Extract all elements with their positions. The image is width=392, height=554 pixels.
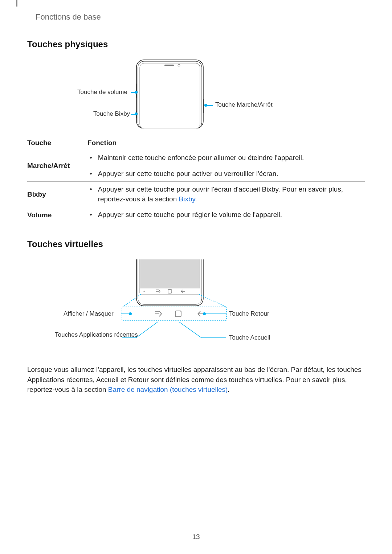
svg-rect-2 bbox=[140, 63, 200, 128]
table-function-cell: • Appuyer sur cette touche pour activer … bbox=[87, 166, 365, 182]
label-bixby-key: Touche Bixby bbox=[93, 110, 130, 118]
svg-point-12 bbox=[144, 291, 145, 292]
table-key-name: Marche/Arrêt bbox=[27, 150, 87, 182]
table-header-key: Touche bbox=[27, 136, 87, 150]
bullet-icon: • bbox=[87, 210, 94, 220]
figure-physical-keys: Touche de volume Touche Bixby Touche Mar… bbox=[27, 59, 365, 132]
label-power-key: Touche Marche/Arrêt bbox=[215, 101, 273, 108]
table-function-cell: • Maintenir cette touche enfoncée pour a… bbox=[87, 150, 365, 166]
svg-point-15 bbox=[129, 313, 131, 315]
bullet-icon: • bbox=[87, 153, 94, 163]
svg-rect-14 bbox=[122, 307, 226, 321]
table-function-text: Appuyer sur cette touche pour régler le … bbox=[98, 210, 282, 220]
svg-rect-7 bbox=[203, 99, 204, 113]
phone-bottom-illustration bbox=[136, 259, 204, 307]
nav-bar-enlarged bbox=[122, 307, 227, 328]
lead-dot bbox=[135, 112, 138, 115]
paragraph-virtual-keys: Lorsque vous allumez l'appareil, les tou… bbox=[27, 365, 365, 395]
heading-physical-keys: Touches physiques bbox=[27, 39, 365, 49]
section-virtual-keys: Touches virtuelles bbox=[27, 239, 365, 395]
breadcrumb: Fonctions de base bbox=[36, 12, 101, 22]
lead-dot bbox=[135, 91, 138, 94]
table-key-name: Volume bbox=[27, 207, 87, 223]
svg-rect-3 bbox=[164, 65, 174, 66]
keys-table: Touche Fonction Marche/Arrêt • Maintenir… bbox=[27, 136, 365, 223]
link-nav-bar[interactable]: Barre de navigation (touches virtuelles) bbox=[108, 386, 228, 393]
top-margin-rule bbox=[16, 0, 17, 7]
table-function-text: Appuyer sur cette touche pour activer ou… bbox=[98, 169, 278, 179]
table-function-text: Appuyer sur cette touche pour ouvrir l'é… bbox=[98, 185, 363, 204]
table-function-cell: • Appuyer sur cette touche pour ouvrir l… bbox=[87, 182, 365, 207]
page-content: Touches physiques Touche de volume bbox=[27, 39, 365, 402]
phone-top-illustration bbox=[136, 59, 204, 128]
bullet-icon: • bbox=[87, 169, 94, 179]
label-back-key: Touche Retour bbox=[229, 310, 269, 317]
page: Fonctions de base Touches physiques T bbox=[0, 0, 392, 554]
figure-virtual-keys: Afficher / Masquer Touches Applications … bbox=[27, 259, 365, 361]
page-number: 13 bbox=[0, 533, 392, 541]
table-function-text: Maintenir cette touche enfoncée pour all… bbox=[98, 153, 304, 163]
link-bixby[interactable]: Bixby bbox=[179, 195, 195, 203]
table-function-cell: • Appuyer sur cette touche pour régler l… bbox=[87, 207, 365, 223]
label-home-key: Touche Accueil bbox=[229, 334, 270, 341]
table-key-name: Bixby bbox=[27, 182, 87, 207]
lead-dot bbox=[204, 104, 207, 107]
label-recents-key: Touches Applications récentes bbox=[55, 331, 120, 338]
label-show-hide: Afficher / Masquer bbox=[64, 310, 114, 317]
label-volume-key: Touche de volume bbox=[77, 89, 127, 96]
lead-line bbox=[207, 105, 213, 106]
heading-virtual-keys: Touches virtuelles bbox=[27, 239, 365, 249]
table-header-function: Fonction bbox=[87, 136, 365, 150]
bullet-icon: • bbox=[87, 185, 94, 194]
